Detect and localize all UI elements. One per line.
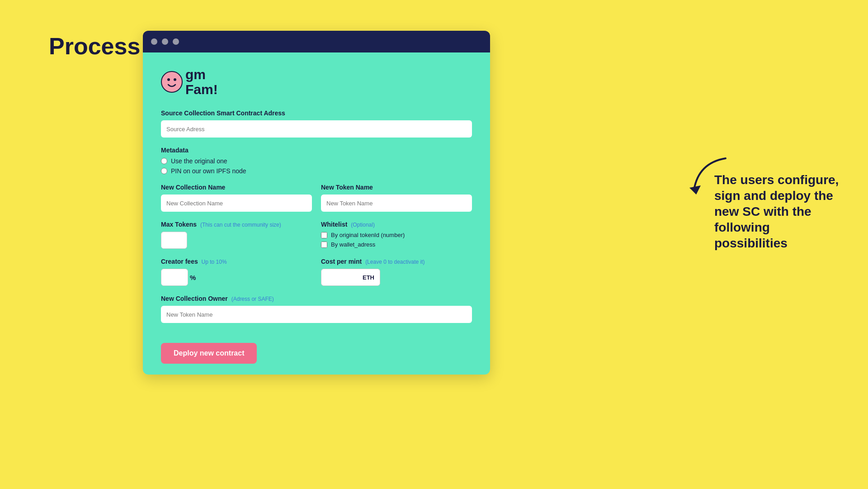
whitelist-option-wallet[interactable]: By wallet_adress <box>321 241 472 248</box>
source-contract-label: Source Collection Smart Contract Adress <box>161 109 472 117</box>
eth-badge: ETH <box>357 269 380 286</box>
svg-marker-3 <box>689 185 701 195</box>
new-collection-name-label: New Collection Name <box>161 184 312 191</box>
whitelist-option-tokenid[interactable]: By original tokenId (number) <box>321 232 472 238</box>
browser-dot-1 <box>151 38 157 45</box>
svg-point-1 <box>167 78 170 81</box>
browser-titlebar <box>143 31 490 52</box>
new-token-name-field: New Token Name <box>321 184 472 212</box>
new-collection-owner-subtitle: (Adress or SAFE) <box>231 296 274 302</box>
browser-dot-2 <box>162 38 168 45</box>
whitelist-checkbox-wallet[interactable] <box>321 242 327 248</box>
creator-fees-input[interactable] <box>161 269 188 286</box>
max-tokens-subtitle: (This can cut the community size) <box>200 222 281 228</box>
cost-input-wrap: ETH <box>321 269 472 286</box>
browser-dot-3 <box>173 38 179 45</box>
new-collection-owner-label: New Collection Owner (Adress or SAFE) <box>161 295 472 302</box>
max-tokens-field: Max Tokens (This can cut the community s… <box>161 221 312 249</box>
name-fields-section: New Collection Name New Token Name <box>161 184 472 212</box>
creator-fees-input-wrap: % <box>161 269 312 286</box>
percent-symbol: % <box>190 274 196 281</box>
logo-area: gm Fam! <box>161 67 472 97</box>
max-tokens-input[interactable] <box>161 232 187 249</box>
whitelist-subtitle: (Optional) <box>351 222 375 228</box>
new-collection-name-input[interactable] <box>161 195 312 212</box>
logo-icon <box>161 71 183 93</box>
cost-per-mint-field: Cost per mint (Leave 0 to deactivate it)… <box>321 258 472 286</box>
metadata-label: Metadata <box>161 147 472 154</box>
creator-fees-field: Creator fees Up to 10% % <box>161 258 312 286</box>
new-collection-name-field: New Collection Name <box>161 184 312 212</box>
side-annotation: The users configure, sign and deploy the… <box>714 172 841 251</box>
metadata-option-ipfs[interactable]: PIN on our own IPFS node <box>161 167 472 175</box>
fees-cost-section: Creator fees Up to 10% % Cost per mint (… <box>161 258 472 286</box>
creator-fees-subtitle: Up to 10% <box>202 259 227 265</box>
whitelist-label: Whitelist (Optional) <box>321 221 472 228</box>
metadata-option-original[interactable]: Use the original one <box>161 157 472 165</box>
browser-content: gm Fam! Source Collection Smart Contract… <box>143 52 490 375</box>
svg-point-2 <box>174 78 176 81</box>
browser-window: gm Fam! Source Collection Smart Contract… <box>143 31 490 375</box>
metadata-radio-ipfs[interactable] <box>161 168 167 174</box>
cost-per-mint-subtitle: (Leave 0 to deactivate it) <box>365 259 425 265</box>
creator-fees-label: Creator fees Up to 10% <box>161 258 312 265</box>
metadata-section: Metadata Use the original one PIN on our… <box>161 147 472 175</box>
cost-per-mint-input[interactable] <box>321 269 357 286</box>
cost-per-mint-label: Cost per mint (Leave 0 to deactivate it) <box>321 258 472 265</box>
max-tokens-label: Max Tokens (This can cut the community s… <box>161 221 312 228</box>
source-contract-section: Source Collection Smart Contract Adress <box>161 109 472 138</box>
logo-text: gm Fam! <box>185 67 218 97</box>
new-token-name-label: New Token Name <box>321 184 472 191</box>
metadata-radio-original[interactable] <box>161 158 167 164</box>
whitelist-checkbox-tokenid[interactable] <box>321 232 327 238</box>
page-title: Process <box>49 33 140 60</box>
whitelist-options: By original tokenId (number) By wallet_a… <box>321 232 472 248</box>
tokens-whitelist-section: Max Tokens (This can cut the community s… <box>161 221 472 249</box>
svg-point-0 <box>161 71 182 92</box>
new-collection-owner-section: New Collection Owner (Adress or SAFE) <box>161 295 472 323</box>
new-token-name-input[interactable] <box>321 195 472 212</box>
deploy-button[interactable]: Deploy new contract <box>161 343 257 364</box>
new-collection-owner-input[interactable] <box>161 306 472 323</box>
whitelist-field: Whitelist (Optional) By original tokenId… <box>321 221 472 249</box>
annotation-text: The users configure, sign and deploy the… <box>714 172 841 251</box>
source-contract-input[interactable] <box>161 120 472 138</box>
